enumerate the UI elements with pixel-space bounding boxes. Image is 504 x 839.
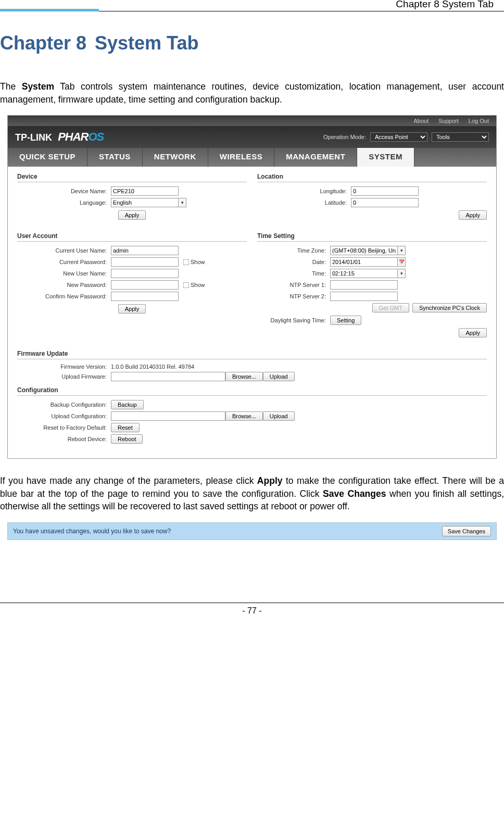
device-name-input[interactable]: [111, 186, 179, 196]
time-input[interactable]: [330, 269, 398, 278]
tab-system[interactable]: System: [357, 148, 414, 167]
location-apply-button[interactable]: Apply: [459, 210, 487, 220]
firmware-panel: Firmware Update Firmware Version:1.0.0 B…: [17, 350, 487, 381]
tz-label: Time Zone:: [257, 247, 330, 254]
tab-management[interactable]: Management: [274, 148, 357, 167]
user-apply-button[interactable]: Apply: [118, 304, 146, 314]
cur-user-input[interactable]: [111, 246, 179, 255]
intro-pre: The: [0, 81, 22, 92]
upload-config-input[interactable]: [111, 411, 225, 421]
brand-band: TP-LINK PHAROS Operation Mode: Access Po…: [8, 126, 496, 148]
unsaved-text: You have unsaved changes, would you like…: [13, 528, 171, 535]
fw-version-label: Firmware Version:: [17, 364, 111, 370]
chapter-name: System Tab: [95, 32, 198, 54]
chevron-down-icon[interactable]: ▾: [178, 198, 186, 207]
new-user-input[interactable]: [111, 269, 179, 278]
user-title: User Account: [17, 232, 247, 242]
chevron-down-icon[interactable]: ▾: [397, 246, 406, 255]
intro-paragraph: The System Tab controls system maintenan…: [0, 80, 504, 106]
device-panel: Device Device Name: Language: ▾ Apply: [17, 173, 247, 227]
new-pw-input[interactable]: [111, 280, 179, 290]
ntp2-label: NTP Server 2:: [257, 293, 330, 299]
router-ui-screenshot: About Support Log Out TP-LINK PHAROS Ope…: [7, 115, 497, 459]
longitude-input[interactable]: [351, 186, 419, 196]
language-select[interactable]: [111, 198, 179, 207]
cur-user-label: Current User Name:: [17, 247, 111, 254]
device-apply-button[interactable]: Apply: [118, 210, 146, 220]
device-name-label: Device Name:: [17, 188, 111, 194]
dst-setting-button[interactable]: Setting: [330, 316, 361, 325]
tab-status[interactable]: Status: [87, 148, 143, 167]
band-right: Operation Mode: Access Point Tools: [323, 132, 489, 142]
user-panel: User Account Current User Name: Current …: [17, 232, 247, 345]
tab-wireless[interactable]: Wireless: [208, 148, 274, 167]
about-link[interactable]: About: [413, 118, 429, 124]
latitude-label: Latitude:: [257, 199, 351, 206]
config-upload-button[interactable]: Upload: [263, 411, 295, 421]
new-user-label: New User Name:: [17, 270, 111, 277]
page-top-divider: Chapter 8 System Tab: [0, 0, 504, 11]
time-apply-button[interactable]: Apply: [459, 328, 487, 337]
longitude-label: Longitude:: [257, 188, 351, 194]
logo-phar: PHAR: [58, 130, 88, 143]
save-changes-button[interactable]: Save Changes: [442, 526, 491, 536]
tz-select[interactable]: [330, 246, 398, 255]
support-link[interactable]: Support: [438, 118, 459, 124]
show-cur-pw-checkbox[interactable]: [183, 259, 190, 265]
reboot-label: Reboot Device:: [17, 436, 111, 442]
calendar-icon[interactable]: 📅: [397, 257, 406, 267]
tools-select[interactable]: Tools: [432, 132, 489, 142]
show-cur-pw-label: Show: [191, 259, 205, 265]
time-label: Time:: [257, 270, 330, 277]
running-header: Chapter 8 System Tab: [396, 0, 504, 11]
chapter-number: Chapter 8: [0, 32, 86, 54]
fw-browse-button[interactable]: Browse...: [225, 372, 263, 381]
confirm-pw-input[interactable]: [111, 292, 179, 301]
reboot-button[interactable]: Reboot: [111, 434, 143, 444]
intro-post: Tab controls system maintenance routines…: [0, 81, 504, 105]
date-input[interactable]: [330, 257, 398, 267]
upload-fw-input[interactable]: [111, 372, 225, 381]
time-title: Time Setting: [257, 232, 487, 242]
mid-b1: Apply: [257, 475, 283, 486]
mid-b2: Save Changes: [323, 489, 386, 499]
tab-quick-setup[interactable]: Quick Setup: [8, 148, 87, 167]
fw-version-value: 1.0.0 Build 20140310 Rel. 49784: [111, 364, 194, 370]
system-body: Device Device Name: Language: ▾ Apply Lo…: [8, 167, 496, 458]
op-mode-select[interactable]: Access Point: [370, 132, 427, 142]
ntp1-label: NTP Server 1:: [257, 282, 330, 288]
language-label: Language:: [17, 199, 111, 206]
blue-accent-bar: [0, 9, 99, 11]
logout-link[interactable]: Log Out: [469, 118, 489, 124]
sync-pc-button[interactable]: Synchronize PC's Clock: [412, 303, 487, 312]
chevron-down-icon[interactable]: ▾: [397, 269, 406, 278]
cur-pw-label: Current Password:: [17, 259, 111, 265]
reset-button[interactable]: Reset: [111, 423, 140, 432]
mid-t1: If you have made any change of the param…: [0, 475, 257, 486]
logo: TP-LINK PHAROS: [15, 130, 104, 144]
date-label: Date:: [257, 259, 330, 265]
ntp2-input[interactable]: [330, 292, 398, 301]
fw-upload-button[interactable]: Upload: [263, 372, 295, 381]
main-tabs: Quick Setup Status Network Wireless Mana…: [8, 148, 496, 167]
config-browse-button[interactable]: Browse...: [225, 411, 263, 421]
config-title: Configuration: [17, 386, 487, 396]
mid-paragraph: If you have made any change of the param…: [0, 474, 504, 513]
config-panel: Configuration Backup Configuration:Backu…: [17, 386, 487, 444]
tab-network[interactable]: Network: [143, 148, 208, 167]
backup-button[interactable]: Backup: [111, 400, 144, 409]
latitude-input[interactable]: [351, 198, 419, 207]
ntp1-input[interactable]: [330, 280, 398, 290]
page-footer: - 77 -: [0, 603, 504, 624]
upload-config-label: Upload Configuration:: [17, 413, 111, 419]
cur-pw-input[interactable]: [111, 257, 179, 267]
show-new-pw-checkbox[interactable]: [183, 282, 190, 288]
page-number: - 77 -: [242, 606, 261, 615]
chapter-title: Chapter 8System Tab: [0, 32, 504, 54]
intro-bold: System: [22, 81, 54, 92]
device-title: Device: [17, 173, 247, 182]
get-gmt-button[interactable]: Get GMT: [372, 303, 409, 312]
location-title: Location: [257, 173, 487, 182]
unsaved-bar: You have unsaved changes, would you like…: [7, 522, 497, 540]
upload-fw-label: Upload Firmware:: [17, 373, 111, 380]
